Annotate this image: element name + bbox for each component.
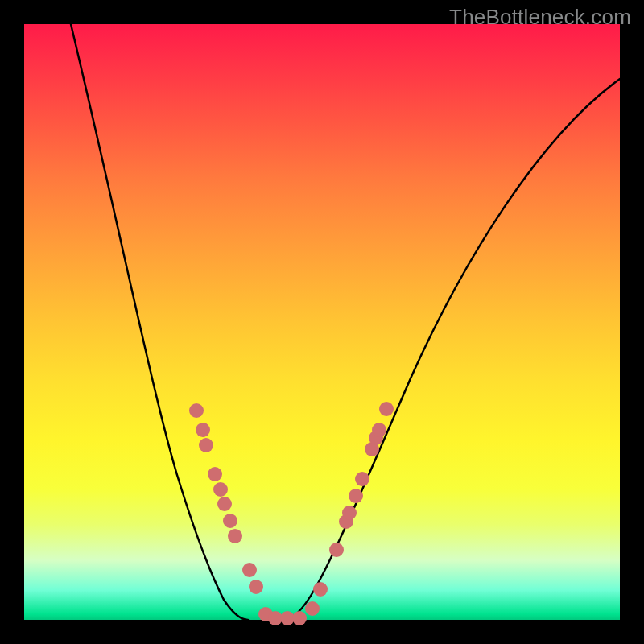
data-point-dot bbox=[305, 601, 320, 616]
data-point-dot bbox=[208, 467, 222, 481]
data-point-dot bbox=[329, 543, 344, 557]
curve-right bbox=[283, 79, 620, 620]
data-point-dot bbox=[313, 582, 328, 597]
stage: TheBottleneck.com bbox=[0, 0, 644, 644]
data-point-dot bbox=[292, 611, 307, 625]
curve-left bbox=[71, 24, 248, 620]
data-point-dot bbox=[196, 423, 210, 437]
data-point-dot bbox=[228, 529, 242, 543]
data-point-dot bbox=[372, 423, 386, 437]
data-point-dot bbox=[249, 580, 263, 594]
data-point-dot bbox=[355, 472, 369, 486]
data-point-dot bbox=[189, 403, 204, 418]
data-point-dot bbox=[213, 482, 228, 497]
data-point-dot bbox=[223, 514, 237, 528]
data-point-dot bbox=[379, 402, 394, 416]
data-point-dot bbox=[342, 506, 357, 520]
curve-layer bbox=[24, 24, 620, 620]
data-point-dot bbox=[217, 497, 232, 511]
data-point-dot bbox=[199, 438, 213, 452]
data-point-dot bbox=[242, 563, 257, 577]
data-point-dot bbox=[349, 489, 363, 503]
